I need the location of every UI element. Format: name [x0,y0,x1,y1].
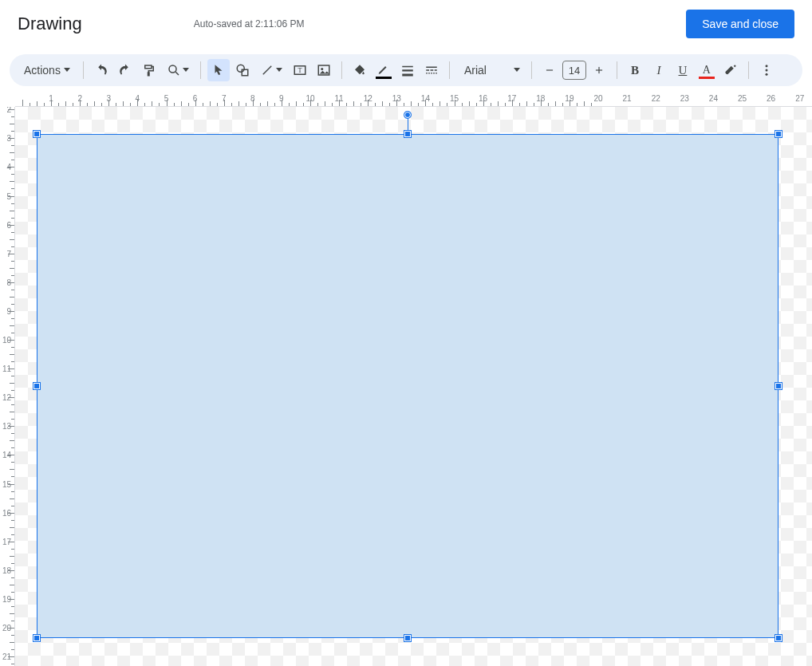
ruler-number: 12 [364,94,372,103]
ruler-number: 27 [795,94,804,103]
textbox-icon: T [293,63,307,77]
svg-rect-9 [402,66,413,68]
ruler-number: 8 [6,278,11,286]
toolbar-separator [341,61,342,79]
ruler-number: 17 [507,94,516,103]
highlight-color-button[interactable] [719,59,742,81]
line-weight-icon [400,63,415,77]
svg-rect-18 [431,73,432,74]
ruler-number: 2 [77,94,82,103]
ruler-number: 13 [2,422,11,431]
text-color-icon: A [703,64,711,77]
font-size-input[interactable] [562,61,586,80]
plus-icon [593,65,605,76]
resize-handle-w[interactable] [34,383,40,389]
text-color-button[interactable]: A [696,59,718,81]
actions-menu-button[interactable]: Actions [18,59,77,81]
dialog-title: Drawing [18,14,82,34]
toolbar-separator [617,61,617,79]
ruler-number: 20 [593,94,602,103]
caret-down-icon [514,68,520,73]
workspace: 1234567891011121314151617181920212223242… [0,93,812,666]
toolbar: Actions T Arial [10,54,802,86]
resize-handle-n[interactable] [404,131,411,137]
font-size-decrease-button[interactable] [538,59,561,81]
ruler-number: 21 [623,94,632,103]
shape-tool-button[interactable] [231,59,254,81]
resize-handle-ne[interactable] [775,131,782,137]
line-icon [260,63,274,77]
svg-rect-3 [242,69,248,76]
zoom-icon [167,63,181,77]
textbox-tool-button[interactable]: T [289,59,311,81]
font-size-increase-button[interactable] [588,59,610,81]
toolbar-separator [748,61,749,79]
rectangle-shape[interactable] [37,134,778,638]
image-tool-button[interactable] [313,59,335,81]
ruler-number: 19 [565,94,574,103]
italic-button[interactable]: I [648,59,670,81]
actions-label: Actions [24,64,61,77]
fill-color-button[interactable] [349,59,371,81]
bold-button[interactable]: B [624,59,646,81]
ruler-number: 17 [2,537,11,546]
ruler-number: 11 [335,94,344,103]
ruler-number: 26 [767,94,775,103]
ruler-number: 5 [164,94,169,103]
resize-handle-se[interactable] [775,635,782,641]
ruler-number: 9 [6,306,11,315]
paint-bucket-icon [353,63,367,77]
ruler-number: 24 [709,94,718,103]
redo-button[interactable] [114,59,136,81]
border-dash-button[interactable] [420,59,443,81]
border-weight-button[interactable] [396,59,419,81]
more-options-button[interactable] [755,59,778,81]
resize-handle-e[interactable] [775,383,782,389]
selected-shape[interactable] [37,134,778,638]
toolbar-separator [531,61,532,79]
ruler-number: 20 [2,624,11,633]
ruler-number: 4 [136,94,140,103]
border-color-button[interactable] [372,59,395,81]
svg-rect-23 [598,67,599,73]
ruler-number: 11 [2,365,11,373]
save-and-close-button[interactable]: Save and close [686,10,794,38]
caret-down-icon [276,68,282,73]
autosave-status: Auto-saved at 2:11:06 PM [194,18,305,30]
svg-point-26 [765,73,767,76]
ruler-number: 6 [6,220,11,229]
select-tool-button[interactable] [207,59,230,81]
highlighter-icon [723,63,738,77]
horizontal-ruler[interactable]: 1234567891011121314151617181920212223242… [15,93,812,107]
line-dash-icon [424,63,439,77]
svg-point-24 [765,65,767,67]
zoom-button[interactable] [162,59,194,81]
underline-button[interactable]: U [672,59,694,81]
ruler-number: 4 [6,163,11,171]
svg-rect-21 [546,69,553,70]
bold-icon: B [631,64,639,77]
rotation-handle[interactable] [404,112,411,118]
ruler-number: 15 [450,94,459,103]
paint-format-button[interactable] [138,59,160,81]
resize-handle-sw[interactable] [34,635,40,641]
ruler-number: 18 [536,94,545,103]
ruler-number: 8 [250,94,255,103]
drawing-canvas[interactable] [15,107,812,666]
svg-rect-15 [435,69,437,71]
line-tool-button[interactable] [255,59,287,81]
resize-handle-nw[interactable] [34,131,40,137]
more-vertical-icon [759,63,774,77]
vertical-ruler[interactable]: 23456789101112131415161718192021 [0,107,15,666]
ruler-number: 3 [107,94,112,103]
toolbar-separator [83,61,84,79]
redo-icon [118,63,132,77]
svg-rect-19 [433,73,435,74]
undo-button[interactable] [90,59,112,81]
svg-point-2 [237,65,244,72]
minus-icon [544,65,555,76]
resize-handle-s[interactable] [404,635,411,641]
ruler-number: 3 [6,134,11,143]
font-family-select[interactable]: Arial [456,64,525,77]
ruler-number: 7 [6,249,11,258]
